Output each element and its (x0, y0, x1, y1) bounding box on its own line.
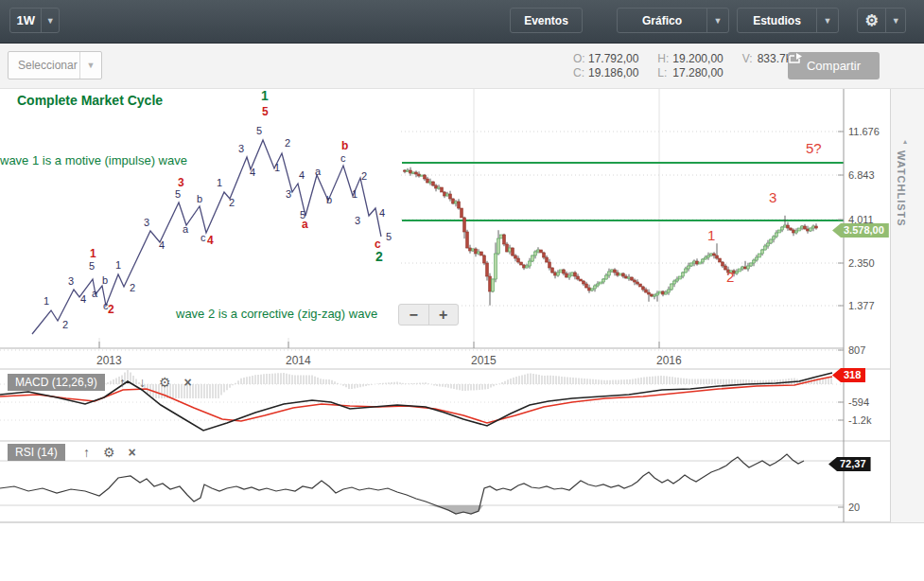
wave-label: 3 (286, 188, 291, 200)
wave-label: b (326, 194, 332, 205)
price-tick-label: -594 (848, 396, 869, 408)
chart-type-button[interactable]: Gráfico (618, 9, 706, 32)
open-value: 17.792,00 (588, 52, 654, 66)
symbol-select[interactable]: Seleccionar ▼ (8, 51, 102, 79)
price-tick-label: 11.676 (848, 126, 880, 137)
studies-button[interactable]: Estudios (738, 9, 816, 32)
candle-body (617, 273, 619, 275)
candle-body (673, 281, 676, 284)
macd-label[interactable]: MACD (12,26,9) (8, 374, 105, 391)
candle-body (566, 273, 568, 277)
candle-body (651, 294, 654, 296)
year-tick-label: 2015 (471, 354, 497, 367)
candle-body (636, 282, 639, 284)
candle-body (756, 257, 758, 260)
wave-label: 1 (274, 162, 280, 173)
rsi-close-icon[interactable]: × (129, 445, 136, 460)
studies-dropdown-arrow[interactable]: ▼ (816, 9, 838, 32)
share-button[interactable]: Compartir (788, 52, 880, 79)
chart-zoom-control[interactable]: − + (398, 304, 459, 326)
wave-diagram-title: Complete Market Cycle (17, 93, 163, 108)
wave-diagram-caption-2: wave 2 is a corrective (zig-zag) wave (176, 307, 377, 321)
candle-body (608, 272, 611, 275)
macd-settings-gear-icon[interactable]: ⚙ (159, 375, 171, 390)
candle-body (463, 218, 466, 232)
candle-body (495, 254, 497, 279)
candle-body (517, 258, 520, 262)
wave-label: c (200, 232, 206, 243)
wave-label: 2 (108, 303, 114, 316)
candle-body (489, 276, 492, 291)
settings-dropdown-arrow[interactable]: ▼ (885, 9, 905, 32)
wave-label: 1 (115, 259, 121, 271)
rsi-settings-gear-icon[interactable]: ⚙ (103, 445, 115, 460)
interval-dropdown-arrow[interactable]: ▼ (41, 9, 59, 32)
zoom-out-button[interactable]: − (399, 305, 429, 325)
candle-body (702, 259, 705, 262)
candle-body (500, 235, 503, 238)
wave-label: 4 (159, 239, 165, 251)
candle-body (486, 263, 489, 276)
chevron-down-icon: ▼ (79, 52, 101, 79)
collapse-triangle-icon[interactable]: ▴ (903, 137, 907, 146)
candle-body (466, 232, 469, 248)
close-value: 19.186,00 (588, 66, 654, 80)
candle-body (716, 255, 719, 258)
rsi-move-up-icon[interactable]: ↑ (83, 445, 90, 460)
rsi-value-tag: 72,37 (828, 457, 871, 471)
candle-body (807, 229, 810, 231)
candle-body (418, 174, 421, 176)
candle-body (804, 226, 807, 229)
macd-close-icon[interactable]: × (184, 375, 192, 390)
candle-body (461, 208, 463, 218)
candle-body (475, 249, 478, 254)
candle-body (619, 273, 622, 275)
macd-move-up-icon[interactable]: ↑ (119, 375, 126, 390)
candle-body (441, 187, 444, 192)
candle-body (602, 279, 605, 282)
wave-label: 4 (299, 169, 305, 181)
candle-body (654, 295, 656, 296)
last-price-tag: 3.578,00 (832, 223, 889, 238)
wave-label: 2 (285, 137, 290, 149)
candle-body (781, 227, 784, 230)
settings-gear-icon[interactable]: ⚙ (858, 9, 885, 32)
wave-label: 1 (44, 295, 49, 307)
candle-body (472, 249, 475, 251)
wave-label: 1 (217, 177, 222, 188)
wave-label: 4 (207, 234, 214, 247)
rsi-label[interactable]: RSI (14) (8, 444, 65, 461)
candle-body (597, 284, 600, 286)
candle-body (455, 202, 458, 203)
candle-body (532, 255, 534, 261)
candle-body (410, 170, 412, 173)
x-axis[interactable]: 2013201420152016 (0, 342, 844, 367)
candle-body (679, 276, 682, 279)
candle-body (648, 292, 651, 294)
wave-label: 5 (386, 231, 392, 242)
wave-label: 2 (62, 319, 68, 330)
watchlists-tab-label[interactable]: WATCHLISTS (896, 150, 907, 227)
symbol-select-value: Seleccionar (9, 52, 79, 79)
wave-label: 1 (90, 247, 96, 260)
watchlists-sidebar[interactable]: ▴ WATCHLISTS (890, 88, 924, 522)
chart-type-dropdown-arrow[interactable]: ▼ (706, 9, 728, 32)
candle-body (444, 192, 446, 196)
volume-label: V: (742, 52, 758, 66)
wave-label: 4 (379, 207, 385, 219)
candle-body (699, 262, 702, 264)
zoom-in-button[interactable]: + (429, 305, 459, 325)
candle-body (526, 266, 529, 268)
price-scale[interactable]: 11.6766.8434.0112.3501.377807-594-1.2k20 (838, 86, 880, 522)
wave-label: 5 (256, 125, 262, 136)
candle-body (642, 287, 645, 290)
candle-body (793, 230, 795, 233)
high-value: 19.200,00 (672, 52, 739, 66)
events-button[interactable]: Eventos (510, 8, 583, 33)
interval-button[interactable]: 1W (10, 9, 41, 32)
candle-body (662, 291, 665, 294)
macd-move-down-icon[interactable]: ↓ (139, 375, 146, 390)
wave-label: 5 (262, 105, 269, 118)
candle-body (713, 254, 716, 255)
candle-body (685, 269, 688, 273)
